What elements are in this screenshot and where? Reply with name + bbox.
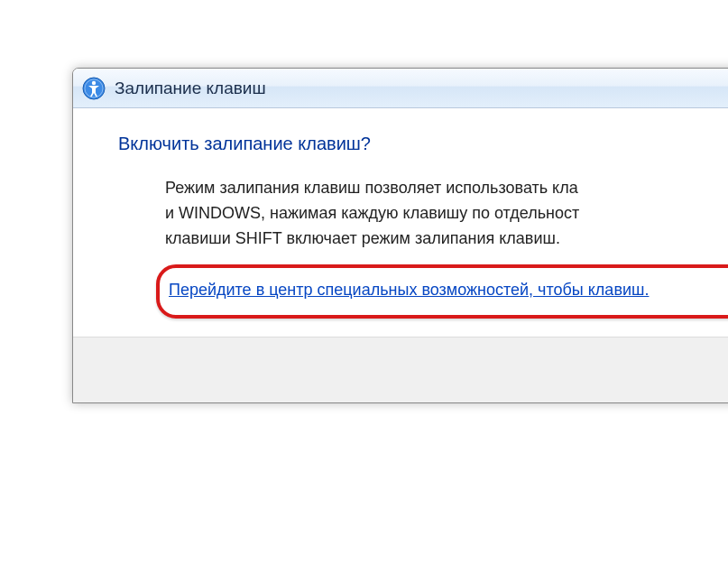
ease-of-access-link[interactable]: Перейдите в центр специальных возможност… <box>169 281 649 299</box>
titlebar: Залипание клавиш <box>73 69 728 108</box>
accessibility-icon <box>82 77 106 100</box>
dialog-body: Включить залипание клавиш? Режим залипан… <box>73 108 728 337</box>
description-line: и WINDOWS, нажимая каждую клавишу по отд… <box>165 204 579 222</box>
dialog-title: Залипание клавиш <box>115 79 266 98</box>
highlighted-link-box: Перейдите в центр специальных возможност… <box>156 264 728 319</box>
svg-point-2 <box>92 80 96 84</box>
description-text: Режим залипания клавиш позволяет использ… <box>165 176 728 252</box>
sticky-keys-dialog: Залипание клавиш Включить залипание клав… <box>72 68 728 403</box>
main-question-heading: Включить залипание клавиш? <box>118 134 728 154</box>
description-line: Режим залипания клавиш позволяет использ… <box>165 179 578 197</box>
button-bar: Да <box>73 337 728 402</box>
description-line: клавиши SHIFT включает режим залипания к… <box>165 229 560 247</box>
